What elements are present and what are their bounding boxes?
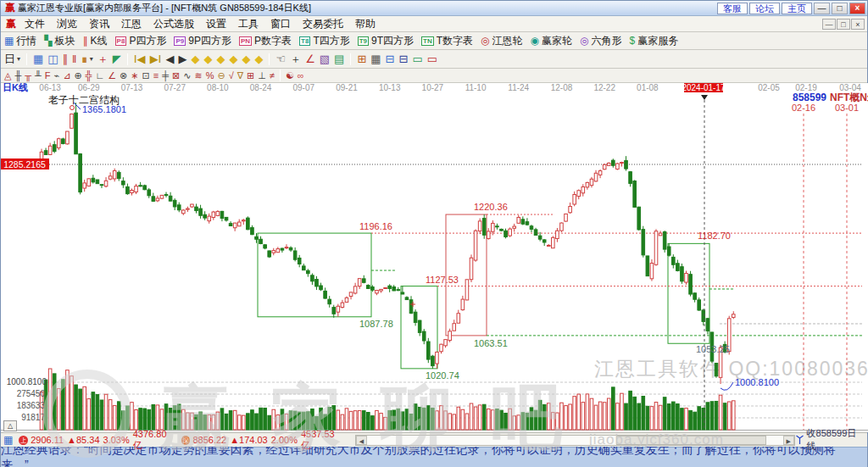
menu-item-5[interactable]: 公式选股 [147, 17, 200, 31]
draw-tool-icon-9[interactable]: ╬ [85, 69, 93, 81]
panel-icon[interactable]: ▤ [333, 53, 345, 65]
draw-tool-icon-18[interactable]: ∿ [182, 69, 192, 81]
volume-pane-toggle-button[interactable]: △ [3, 420, 17, 431]
save-disk-icon[interactable]: ⊟ [398, 53, 409, 65]
chart-h-scrollbar[interactable]: ◀ ▶ [355, 435, 795, 446]
customer-service-button[interactable]: 客服 [717, 3, 748, 14]
quote-button[interactable]: ▦行情 [3, 34, 37, 48]
menu-item-2[interactable]: 浏览 [51, 17, 83, 31]
quote-board-icon[interactable]: ▦ [3, 434, 13, 446]
info-panel-icon[interactable]: ◫ [47, 53, 58, 65]
kline-chart-canvas[interactable]: 江恩工具软件 QQ:10080036002-1603-01日K线06-1306-… [1, 83, 868, 432]
zoom-cross-icon[interactable]: ＋ [289, 53, 302, 65]
draw-tool-icon-12[interactable]: ⊗ [119, 69, 128, 81]
pan-hand-icon[interactable]: ☜ [275, 53, 287, 65]
draw-tool-icon-19[interactable]: ≋ [193, 69, 203, 81]
infinity-icon[interactable]: ∞ [297, 69, 305, 81]
save-layout-icon[interactable]: ⊟ [385, 53, 396, 65]
kline-style-icon[interactable]: ∥ [62, 53, 70, 65]
first-bar-icon[interactable]: Ⅰ◀ [133, 53, 147, 65]
angle-measure-icon[interactable]: ∠ [304, 53, 316, 65]
gann-nav-down-icon[interactable]: ◆ [228, 53, 238, 65]
gann-zoom-in-icon[interactable]: ◆ [241, 53, 251, 65]
draw-tool-icon-7[interactable]: ⊿ [62, 69, 71, 81]
t-square-button[interactable]: T8T四方形 [298, 34, 351, 48]
shanghai-index-icon[interactable]: 上 [19, 436, 28, 445]
calculator-icon[interactable]: ▦ [370, 53, 381, 65]
homepage-button[interactable]: 主页 [782, 3, 812, 14]
gann-nav-up-icon[interactable]: ◆ [215, 53, 225, 65]
draw-tool-icon-15[interactable]: ≡ [153, 69, 159, 81]
draw-tool-icon-10[interactable]: ∟ [94, 69, 105, 81]
scrollbar-thumb[interactable] [616, 436, 766, 445]
close-button[interactable]: × [849, 3, 865, 14]
draw-tool-icon-24[interactable]: ⊞ [246, 69, 255, 81]
menu-item-7[interactable]: 工具 [232, 17, 264, 31]
t9-square-button[interactable]: T99T四方形 [357, 34, 415, 48]
menu-item-10[interactable]: 帮助 [349, 17, 381, 31]
draw-tool-icon-22[interactable]: √ [228, 69, 235, 81]
gann-nav-right-icon[interactable]: ◆ [203, 53, 213, 65]
sector-button[interactable]: ▚板块 [43, 34, 75, 48]
prev-bar-icon[interactable]: ◀ [164, 53, 175, 65]
menu-item-4[interactable]: 江恩 [115, 17, 147, 31]
gann-zoom-out-icon[interactable]: ◆ [253, 53, 264, 65]
draw-tool-icon-2[interactable]: ╫ [14, 69, 22, 81]
pattern-icon[interactable]: ▧ [319, 53, 331, 65]
draw-tool-icon-5[interactable]: F [44, 69, 52, 81]
winner-service-button[interactable]: $赢家服务 [629, 34, 680, 48]
draw-tool-icon-11[interactable]: ∠ [107, 69, 117, 81]
period-selector[interactable]: 日▾ [3, 53, 21, 65]
mdi-restore-button[interactable]: □ [837, 19, 850, 30]
kline-chart[interactable]: 江恩工具软件 QQ:10080036002-1603-01日K线06-1306-… [1, 83, 868, 432]
last-bar-icon[interactable]: ▶Ⅰ [149, 53, 163, 65]
gann-wheel-button[interactable]: ◎江恩轮 [480, 34, 523, 48]
p-square-button[interactable]: P8P四方形 [114, 34, 168, 48]
draw-tool-icon-26[interactable]: ≠ [269, 69, 275, 81]
percent-tool-icon[interactable]: % [205, 69, 215, 81]
scrollbar-track[interactable] [367, 436, 783, 445]
draw-tool-icon-14[interactable]: ⊡ [142, 69, 151, 81]
candle-fill-icon[interactable]: ∎▾ [80, 53, 93, 65]
hexagon-button[interactable]: ◎六角形 [579, 34, 622, 48]
draw-tool-icon-3[interactable]: ╥ [24, 69, 32, 81]
print-setup-icon[interactable]: ▭ [426, 53, 438, 65]
maximize-button[interactable]: □ [832, 3, 848, 14]
mdi-minimize-button[interactable]: — [822, 19, 836, 30]
forum-button[interactable]: 论坛 [749, 3, 780, 14]
draw-tool-icon-17[interactable]: ⊠ [171, 69, 181, 81]
gann-nav-left-icon[interactable]: ◆ [190, 53, 200, 65]
bar-style-icon[interactable]: ‖ [71, 53, 77, 65]
shenzhen-index-icon[interactable]: 深 [181, 436, 191, 445]
draw-tool-icon-13[interactable]: ∗ [130, 69, 139, 81]
draw-tool-icon-1[interactable]: ◬ [3, 69, 12, 81]
draw-tool-icon-16[interactable]: ╪ [161, 69, 170, 81]
draw-tool-icon-23[interactable]: ∇ [236, 69, 244, 81]
draw-tool-icon-4[interactable]: ╨ [34, 69, 42, 81]
draw-tool-icon-8[interactable]: ⊕ [73, 69, 82, 81]
draw-tool-icon-21[interactable]: ⊖ [216, 69, 225, 81]
calendar-icon[interactable]: ⊞ [356, 53, 367, 65]
scroll-left-icon[interactable]: ◀ [356, 436, 367, 445]
print-icon[interactable]: ▭ [411, 53, 423, 65]
scroll-right-icon[interactable]: ▶ [783, 436, 794, 445]
menu-item-8[interactable]: 窗口 [264, 17, 297, 31]
menu-item-6[interactable]: 设置 [200, 17, 232, 31]
taiji-icon[interactable]: ☯ [285, 69, 295, 81]
crosshair-icon[interactable]: ＋ [97, 53, 109, 65]
p-number-table-button[interactable]: PNP数字表 [238, 34, 292, 48]
next-bar-icon[interactable]: ▶ [177, 53, 187, 65]
t-number-table-button[interactable]: TNT数字表 [420, 34, 474, 48]
menu-item-9[interactable]: 交易委托 [297, 17, 349, 31]
draw-tool-icon-25[interactable]: ⊥ [257, 69, 267, 81]
kline-button[interactable]: ∥K线 [82, 34, 108, 48]
winner-wheel-button[interactable]: ◉赢家轮 [530, 34, 573, 48]
mdi-close-button[interactable]: × [851, 19, 865, 30]
p9-square-button[interactable]: P99P四方形 [173, 34, 231, 48]
menu-item-3[interactable]: 资讯 [83, 17, 115, 31]
menu-item-1[interactable]: 文件 [19, 17, 51, 31]
layout-window-icon[interactable]: ▦ [32, 53, 44, 65]
draw-flag-icon[interactable]: ◤ [112, 53, 122, 65]
minimize-button[interactable]: — [814, 3, 830, 14]
draw-tool-icon-6[interactable]: ⌁ [53, 69, 61, 81]
